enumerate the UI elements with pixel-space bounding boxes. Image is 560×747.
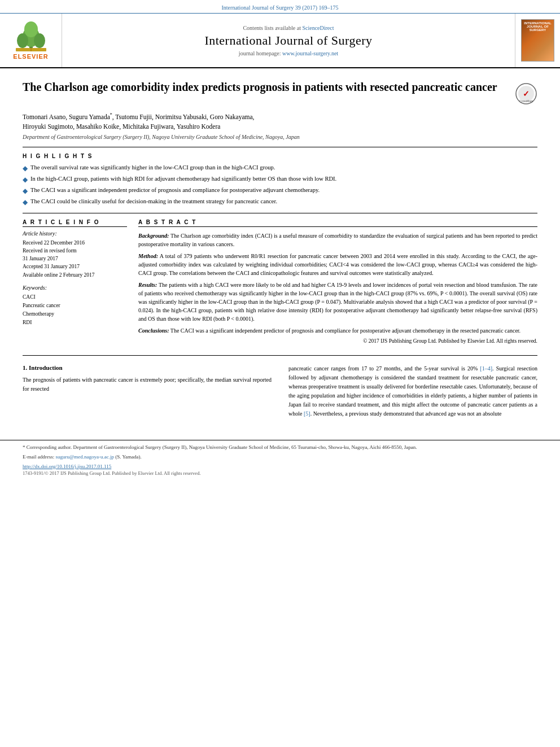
journal-top-text: International Journal of Surgery 39 (201… bbox=[222, 5, 339, 11]
authors-text-2: Hiroyuki Sugimoto, Masahiko Koike, Michi… bbox=[23, 123, 220, 130]
email-label: E-mail address: bbox=[23, 454, 54, 460]
keyword-rdi: RDI bbox=[23, 318, 127, 327]
svg-point-3 bbox=[34, 33, 45, 48]
keyword-caci: CACI bbox=[23, 293, 127, 302]
corresponding-text: * Corresponding author. Department of Ga… bbox=[23, 444, 417, 450]
section-number: 1. bbox=[23, 364, 27, 371]
intro-para-right: pancreatic cancer ranges from 17 to 27 m… bbox=[288, 364, 537, 418]
divider-2 bbox=[23, 213, 537, 213]
sciencedirect-link[interactable]: ScienceDirect bbox=[302, 25, 334, 31]
abstract-results: Results: The patients with a high CACI w… bbox=[138, 281, 537, 323]
journal-header-center: Contents lists available at ScienceDirec… bbox=[62, 14, 515, 67]
svg-point-2 bbox=[17, 33, 28, 48]
highlight-bullet-3: ◆ bbox=[23, 186, 28, 196]
highlight-text-2: In the high-CACI group, patients with hi… bbox=[30, 175, 336, 184]
journal-cover-image: INTERNATIONALJOURNAL OFSURGERY bbox=[521, 19, 554, 62]
received-revised-label: Received in revised form bbox=[23, 247, 127, 255]
highlight-bullet-1: ◆ bbox=[23, 164, 28, 173]
accepted-date: Accepted 31 January 2017 bbox=[23, 263, 127, 270]
corresponding-author-note: * Corresponding author. Department of Ga… bbox=[23, 444, 537, 452]
email-link[interactable]: suguru@med.nagoya-u.ac.jp bbox=[55, 454, 114, 460]
contents-label: Contents lists available at bbox=[243, 25, 300, 31]
svg-point-4 bbox=[24, 21, 38, 37]
svg-text:✓: ✓ bbox=[523, 89, 530, 98]
sciencedirect-line: Contents lists available at ScienceDirec… bbox=[243, 25, 334, 31]
conclusions-text: The CACI was a significant independent p… bbox=[170, 327, 520, 334]
elsevier-tree-icon bbox=[11, 21, 51, 52]
authors-line: Tomonari Asano, Suguru Yamada*, Tsutomu … bbox=[23, 112, 537, 132]
highlight-item-2: ◆ In the high-CACI group, patients with … bbox=[23, 175, 537, 185]
doi-link[interactable]: http://dx.doi.org/10.1016/j.ijsu.2017.01… bbox=[23, 464, 537, 469]
journal-cover-area: INTERNATIONALJOURNAL OFSURGERY bbox=[515, 14, 560, 67]
available-date: Available online 2 February 2017 bbox=[23, 271, 127, 279]
crossmark-badge-icon: ✓ CrossMark bbox=[515, 82, 537, 105]
homepage-label: journal homepage: bbox=[239, 50, 281, 56]
article-title-section: The Charlson age comorbidity index predi… bbox=[23, 80, 537, 105]
cover-title: INTERNATIONALJOURNAL OFSURGERY bbox=[524, 21, 552, 32]
highlight-item-1: ◆ The overall survival rate was signific… bbox=[23, 164, 537, 173]
highlight-text-4: The CACI could be clinically useful for … bbox=[30, 198, 277, 206]
journal-header: ELSEVIER Contents lists available at Sci… bbox=[0, 14, 560, 68]
svg-text:CrossMark: CrossMark bbox=[519, 99, 533, 103]
email-line: E-mail address: suguru@med.nagoya-u.ac.j… bbox=[23, 453, 537, 461]
intro-text-left: The prognosis of patients with pancreati… bbox=[23, 377, 272, 392]
abstract-conclusions: Conclusions: The CACI was a significant … bbox=[138, 326, 537, 335]
intro-para-left: The prognosis of patients with pancreati… bbox=[23, 375, 272, 394]
page-footer: * Corresponding author. Department of Ga… bbox=[0, 440, 560, 479]
body-section: 1. Introduction The prognosis of patient… bbox=[23, 355, 537, 423]
two-col-body: 1. Introduction The prognosis of patient… bbox=[23, 364, 537, 423]
article-info-col: A R T I C L E I N F O Article history: R… bbox=[23, 219, 127, 344]
divider-1 bbox=[23, 147, 537, 147]
highlight-item-3: ◆ The CACI was a significant independent… bbox=[23, 186, 537, 196]
abstract-col: A B S T R A C T Background: The Charlson… bbox=[138, 219, 537, 344]
issn-line: 1743-9191/© 2017 IJS Publishing Group Lt… bbox=[23, 470, 537, 476]
journal-homepage-line: journal homepage: www.journal-surgery.ne… bbox=[239, 50, 338, 56]
highlight-text-1: The overall survival rate was significan… bbox=[30, 164, 275, 172]
results-label: Results: bbox=[138, 282, 157, 288]
authors-text: Tomonari Asano, Suguru Yamada*, Tsutomu … bbox=[23, 113, 254, 120]
article-history-heading: Article history: bbox=[23, 230, 127, 237]
highlight-bullet-4: ◆ bbox=[23, 198, 28, 207]
results-text: The patients with a high CACI were more … bbox=[138, 282, 537, 322]
two-col-section: A R T I C L E I N F O Article history: R… bbox=[23, 219, 537, 344]
conclusions-label: Conclusions: bbox=[138, 327, 169, 334]
highlight-item-4: ◆ The CACI could be clinically useful fo… bbox=[23, 198, 537, 207]
ref-1-4[interactable]: [1–4] bbox=[480, 365, 492, 372]
highlight-text-3: The CACI was a significant independent p… bbox=[30, 186, 320, 195]
background-label: Background: bbox=[138, 233, 169, 239]
email-attribution: (S. Yamada). bbox=[115, 454, 142, 460]
keyword-chemotherapy: Chemotherapy bbox=[23, 310, 127, 318]
intro-text-right: pancreatic cancer ranges from 17 to 27 m… bbox=[288, 365, 537, 417]
copyright-line: © 2017 IJS Publishing Group Ltd. Publish… bbox=[138, 338, 537, 344]
body-col-left: 1. Introduction The prognosis of patient… bbox=[23, 364, 272, 423]
keywords-heading: Keywords: bbox=[23, 285, 127, 291]
elsevier-logo: ELSEVIER bbox=[11, 21, 51, 60]
abstract-method: Method: A total of 379 patients who unde… bbox=[138, 252, 537, 277]
received-date: Received 22 December 2016 bbox=[23, 239, 127, 247]
elsevier-wordmark: ELSEVIER bbox=[13, 53, 48, 60]
journal-top-bar: International Journal of Surgery 39 (201… bbox=[0, 0, 560, 14]
page: International Journal of Surgery 39 (201… bbox=[0, 0, 560, 747]
affiliation-line: Department of Gastroenterological Surger… bbox=[23, 134, 537, 140]
keyword-pancreatic: Pancreatic cancer bbox=[23, 302, 127, 310]
highlights-heading: H I G H L I G H T S bbox=[23, 153, 537, 159]
ref-5[interactable]: [5] bbox=[304, 410, 310, 417]
main-content: The Charlson age comorbidity index predi… bbox=[0, 68, 560, 434]
revised-date: 31 January 2017 bbox=[23, 255, 127, 263]
background-text: The Charlson age comorbidity index (CACI… bbox=[138, 233, 537, 247]
method-text: A total of 379 patients who underwent R0… bbox=[138, 253, 537, 276]
abstract-background: Background: The Charlson age comorbidity… bbox=[138, 231, 537, 248]
article-info-heading: A R T I C L E I N F O bbox=[23, 219, 127, 227]
article-title: The Charlson age comorbidity index predi… bbox=[23, 80, 506, 94]
highlight-bullet-2: ◆ bbox=[23, 175, 28, 185]
intro-title: 1. Introduction bbox=[23, 364, 272, 371]
section-title: Introduction bbox=[29, 364, 63, 371]
homepage-link[interactable]: www.journal-surgery.net bbox=[282, 50, 338, 56]
highlights-section: H I G H L I G H T S ◆ The overall surviv… bbox=[23, 153, 537, 207]
method-label: Method: bbox=[138, 253, 158, 259]
body-col-right: pancreatic cancer ranges from 17 to 27 m… bbox=[288, 364, 537, 423]
abstract-heading: A B S T R A C T bbox=[138, 219, 537, 227]
elsevier-logo-area: ELSEVIER bbox=[0, 14, 62, 67]
journal-title: International Journal of Surgery bbox=[204, 33, 372, 48]
